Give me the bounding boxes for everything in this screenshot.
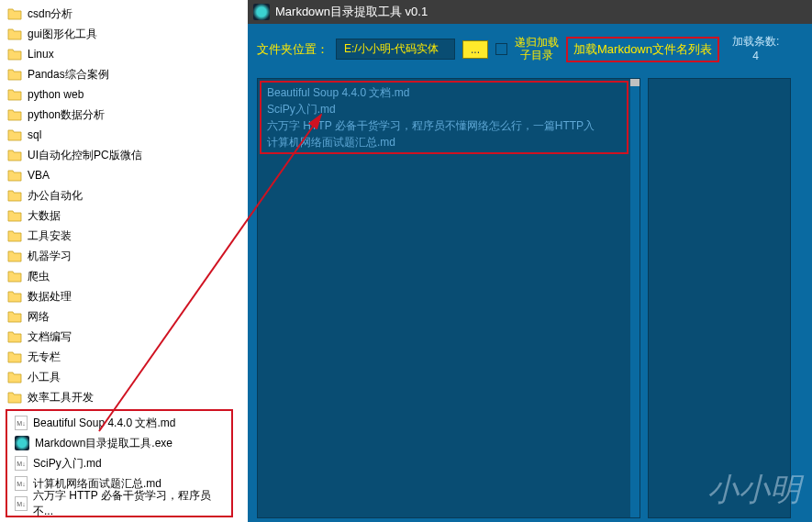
folder-label: 网络 — [28, 309, 50, 325]
folder-icon — [7, 310, 22, 323]
window-title: Markdown目录提取工具 v0.1 — [275, 4, 428, 20]
folder-icon — [7, 68, 22, 81]
folder-icon — [7, 88, 22, 101]
folder-icon — [7, 7, 22, 20]
folder-icon — [7, 209, 22, 222]
folder-item[interactable]: Linux — [0, 44, 239, 64]
scrollbar[interactable] — [630, 79, 640, 517]
folder-item[interactable]: sql — [0, 125, 239, 145]
folder-icon — [7, 290, 22, 303]
file-list-highlight: M↓Beautiful Soup 4.4.0 文档.mdMarkdown目录提取… — [6, 409, 233, 517]
folder-item[interactable]: python数据分析 — [0, 105, 239, 125]
folder-item[interactable]: 无专栏 — [0, 347, 239, 367]
folder-item[interactable]: 工具安装 — [0, 226, 239, 246]
folder-label: gui图形化工具 — [28, 27, 97, 42]
folder-item[interactable]: 网络 — [0, 306, 239, 327]
toolbar: 文件夹位置： E:/小小明-代码实体 ... 递归加载 子目录 加载Markdo… — [248, 24, 812, 74]
md-icon: M↓ — [15, 456, 28, 471]
folder-label: Pandas综合案例 — [28, 67, 109, 83]
folder-item[interactable]: 爬虫 — [0, 266, 239, 286]
folder-label: csdn分析 — [28, 6, 72, 22]
file-label: Beautiful Soup 4.4.0 文档.md — [33, 416, 175, 431]
folder-item[interactable]: 大数据 — [0, 205, 239, 226]
folder-item[interactable]: 效率工具开发 — [0, 387, 239, 407]
scroll-thumb[interactable] — [630, 79, 640, 86]
folder-item[interactable]: gui图形化工具 — [0, 24, 239, 44]
folder-icon — [7, 189, 22, 202]
app-window: Markdown目录提取工具 v0.1 文件夹位置： E:/小小明-代码实体 .… — [248, 0, 812, 522]
recurse-checkbox[interactable] — [495, 43, 507, 55]
folder-label: 无专栏 — [28, 350, 61, 365]
folder-label: UI自动化控制PC版微信 — [28, 148, 142, 163]
output-panel[interactable] — [648, 78, 791, 518]
folder-label: 工具安装 — [28, 228, 72, 244]
file-label: Markdown目录提取工具.exe — [35, 436, 172, 451]
folder-item[interactable]: 文档编写 — [0, 327, 239, 347]
browse-button[interactable]: ... — [462, 40, 488, 59]
folder-icon — [7, 149, 22, 161]
exe-icon — [15, 436, 29, 450]
folder-item[interactable]: csdn分析 — [0, 4, 239, 24]
folder-item[interactable]: VBA — [0, 165, 239, 185]
folder-label: 文档编写 — [28, 329, 72, 345]
folder-label: 机器学习 — [28, 249, 72, 264]
loaded-highlight: Beautiful Soup 4.4.0 文档.mdSciPy入门.md六万字 … — [260, 81, 628, 154]
folder-label: 大数据 — [28, 208, 61, 224]
file-label: SciPy入门.md — [33, 456, 102, 472]
folder-label: 小工具 — [28, 370, 61, 385]
file-item[interactable]: M↓SciPy入门.md — [7, 453, 231, 473]
folder-icon — [7, 169, 22, 182]
folder-label: 效率工具开发 — [28, 390, 94, 405]
app-icon — [253, 4, 270, 20]
loaded-file-item[interactable]: 计算机网络面试题汇总.md — [267, 134, 621, 150]
recurse-label: 递归加载 子目录 — [515, 37, 559, 61]
folder-label: 爬虫 — [28, 269, 50, 284]
title-bar: Markdown目录提取工具 v0.1 — [248, 0, 812, 24]
loaded-file-item[interactable]: Beautiful Soup 4.4.0 文档.md — [267, 84, 621, 101]
load-count: 加载条数: 4 — [732, 35, 779, 63]
folder-item[interactable]: 机器学习 — [0, 246, 239, 266]
path-input[interactable]: E:/小小明-代码实体 — [336, 39, 455, 60]
md-icon: M↓ — [15, 496, 28, 511]
folder-icon — [7, 330, 22, 343]
folder-item[interactable]: UI自动化控制PC版微信 — [0, 145, 239, 165]
folder-icon — [7, 128, 22, 141]
folder-label: python数据分析 — [28, 107, 105, 123]
folder-icon — [7, 28, 22, 40]
file-label: 六万字 HTTP 必备干货学习，程序员不... — [33, 488, 224, 519]
load-button[interactable]: 加载Markdown文件名列表 — [566, 37, 719, 62]
folder-label: sql — [28, 128, 41, 141]
folder-icon — [7, 250, 22, 262]
folder-icon — [7, 371, 22, 383]
md-icon: M↓ — [15, 476, 28, 491]
path-label: 文件夹位置： — [257, 41, 328, 58]
folder-label: 办公自动化 — [28, 188, 83, 204]
file-item[interactable]: Markdown目录提取工具.exe — [7, 433, 231, 453]
folder-icon — [7, 229, 22, 242]
folder-tree: csdn分析gui图形化工具LinuxPandas综合案例python webp… — [0, 0, 239, 522]
folder-item[interactable]: 办公自动化 — [0, 185, 239, 205]
folder-label: VBA — [28, 169, 50, 182]
folder-icon — [7, 108, 22, 121]
folder-item[interactable]: Pandas综合案例 — [0, 64, 239, 84]
folder-icon — [7, 48, 22, 61]
folder-item[interactable]: 小工具 — [0, 367, 239, 387]
folder-item[interactable]: 数据处理 — [0, 286, 239, 306]
folder-item[interactable]: python web — [0, 84, 239, 105]
folder-icon — [7, 350, 22, 363]
folder-label: 数据处理 — [28, 289, 72, 305]
folder-icon — [7, 391, 22, 404]
folder-icon — [7, 270, 22, 283]
folder-label: python web — [28, 88, 83, 101]
file-item[interactable]: M↓六万字 HTTP 必备干货学习，程序员不... — [7, 494, 231, 514]
loaded-file-item[interactable]: 六万字 HTTP 必备干货学习，程序员不懂网络怎么行，一篇HTTP入 — [267, 117, 621, 134]
loaded-file-item[interactable]: SciPy入门.md — [267, 101, 621, 117]
loaded-files-list[interactable]: Beautiful Soup 4.4.0 文档.mdSciPy入门.md六万字 … — [257, 78, 640, 518]
folder-label: Linux — [28, 48, 54, 61]
md-icon: M↓ — [15, 416, 28, 430]
file-item[interactable]: M↓Beautiful Soup 4.4.0 文档.md — [7, 413, 231, 433]
